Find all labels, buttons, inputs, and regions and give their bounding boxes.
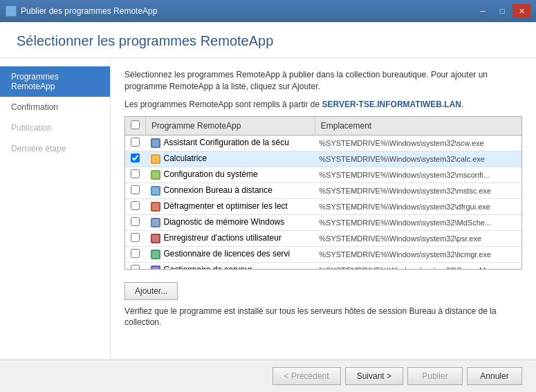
sidebar-label-programmes: Programmes RemoteApp — [11, 72, 59, 91]
sidebar-item-programmes[interactable]: Programmes RemoteApp — [0, 66, 110, 97]
col-emplacement: Emplacement — [315, 117, 521, 136]
row-name-cell: Calculatrice — [146, 151, 315, 167]
table-row: Gestionnaire de licences des servi%SYSTE… — [125, 246, 521, 262]
close-button[interactable]: ✕ — [512, 4, 530, 18]
prev-button[interactable]: < Précédent — [272, 367, 341, 385]
row-path: %SYSTEMDRIVE%\Windows\system32\psr.exe — [315, 230, 521, 246]
app-icon — [150, 169, 161, 180]
server-info-prefix: Les programmes RemoteApp sont remplis à … — [124, 100, 322, 109]
sidebar-item-confirmation[interactable]: Confirmation — [0, 97, 110, 118]
footer-note: Vérifiez que le programme est installé s… — [124, 306, 522, 329]
row-checkbox[interactable] — [131, 153, 140, 162]
row-name: Gestionnaire de licences des servi — [164, 249, 290, 259]
row-checkbox-cell — [125, 230, 146, 246]
app-icon — [150, 217, 161, 228]
row-name-cell: Gestionnaire de licences des servi — [146, 246, 315, 262]
maximize-button[interactable]: □ — [493, 4, 511, 18]
cancel-button[interactable]: Annuler — [467, 367, 522, 385]
description-text: Sélectionnez les programmes RemoteApp à … — [124, 69, 522, 93]
sidebar: Programmes RemoteApp Confirmation Public… — [0, 58, 111, 360]
app-icon — [150, 265, 161, 269]
row-name: Assistant Configuration de la sécu — [164, 138, 289, 147]
titlebar-left: Publier des programmes RemoteApp — [6, 6, 212, 17]
titlebar-buttons: ─ □ ✕ — [474, 4, 530, 18]
programs-table-container: Programme RemoteApp Emplacement Assistan… — [124, 116, 522, 270]
titlebar: Publier des programmes RemoteApp ─ □ ✕ — [0, 0, 536, 22]
table-row: Défragmenter et optimiser les lect%SYSTE… — [125, 198, 521, 214]
row-checkbox[interactable] — [131, 185, 140, 194]
table-row: Calculatrice%SYSTEMDRIVE%\Windows\system… — [125, 151, 521, 167]
row-name: Gestionnaire de serveur — [164, 265, 252, 269]
table-scroll[interactable]: Programme RemoteApp Emplacement Assistan… — [125, 117, 521, 269]
svg-rect-5 — [152, 171, 159, 178]
row-name-cell: Connexion Bureau à distance — [146, 183, 315, 198]
row-name: Connexion Bureau à distance — [164, 185, 272, 195]
table-row: Gestionnaire de serveur%SYSTEMDRIVE%\Win… — [125, 262, 521, 269]
bottom-section: Ajouter... Vérifiez que le programme est… — [124, 277, 522, 335]
row-name: Calculatrice — [164, 153, 207, 163]
table-row: Configuration du système%SYSTEMDRIVE%\Wi… — [125, 167, 521, 183]
select-all-checkbox[interactable] — [131, 120, 140, 129]
row-path: %SYSTEMDRIVE%\Windows\system32\MdSche... — [315, 214, 521, 230]
page-title: Sélectionner les programmes RemoteApp — [17, 33, 519, 49]
app-icon — [150, 249, 161, 260]
row-checkbox[interactable] — [131, 265, 140, 269]
row-checkbox[interactable] — [131, 169, 140, 178]
row-checkbox-cell — [125, 262, 146, 269]
minimize-button[interactable]: ─ — [474, 4, 492, 18]
server-info: Les programmes RemoteApp sont remplis à … — [124, 100, 522, 109]
row-name: Enregistreur d'actions utilisateur — [164, 233, 281, 243]
row-checkbox[interactable] — [131, 138, 140, 147]
row-path: %SYSTEMDRIVE%\Windows\system32\licmgr.ex… — [315, 246, 521, 262]
row-checkbox-cell — [125, 198, 146, 214]
svg-rect-13 — [152, 235, 159, 242]
app-icon — [150, 185, 161, 196]
row-checkbox[interactable] — [131, 233, 140, 242]
titlebar-title: Publier des programmes RemoteApp — [21, 6, 157, 16]
row-name-cell: Enregistreur d'actions utilisateur — [146, 230, 315, 246]
row-name-cell: Assistant Configuration de la sécu — [146, 135, 315, 151]
table-row: Connexion Bureau à distance%SYSTEMDRIVE%… — [125, 183, 521, 198]
row-checkbox[interactable] — [131, 217, 140, 226]
sidebar-item-publication: Publication — [0, 118, 110, 138]
add-button[interactable]: Ajouter... — [124, 282, 178, 300]
row-checkbox-cell — [125, 135, 146, 151]
row-checkbox-cell — [125, 167, 146, 183]
programs-table: Programme RemoteApp Emplacement Assistan… — [125, 117, 521, 269]
row-checkbox-cell — [125, 214, 146, 230]
content-area: Programmes RemoteApp Confirmation Public… — [0, 58, 536, 360]
app-icon — [150, 201, 161, 212]
row-path: %SYSTEMDRIVE%\Windows\system32\scw.exe — [315, 135, 521, 151]
row-path: %SYSTEMDRIVE%\Windows\system32\mstsc.exe — [315, 183, 521, 198]
svg-rect-9 — [152, 203, 159, 210]
svg-rect-1 — [152, 140, 159, 147]
app-icon — [150, 138, 161, 149]
app-icon — [150, 153, 161, 165]
col-programme: Programme RemoteApp — [146, 117, 315, 136]
row-name: Configuration du système — [164, 169, 258, 179]
server-name: SERVER-TSE.INFORMATIWEB.LAN — [322, 100, 461, 109]
svg-rect-7 — [152, 187, 159, 194]
row-name: Défragmenter et optimiser les lect — [164, 201, 288, 211]
table-row: Enregistreur d'actions utilisateur%SYSTE… — [125, 230, 521, 246]
publish-button[interactable]: Publier — [407, 367, 463, 385]
app-icon — [150, 233, 161, 244]
row-name: Diagnostic de mémoire Windows — [164, 217, 285, 227]
row-path: %SYSTEMDRIVE%\Windows\system32\ServerM..… — [315, 262, 521, 269]
row-checkbox[interactable] — [131, 249, 140, 258]
row-checkbox-cell — [125, 246, 146, 262]
row-path: %SYSTEMDRIVE%\Windows\system32\dfrgui.ex… — [315, 198, 521, 214]
svg-rect-3 — [152, 156, 159, 162]
svg-rect-17 — [152, 267, 159, 269]
main-content: Sélectionnez les programmes RemoteApp à … — [111, 58, 536, 360]
row-checkbox[interactable] — [131, 201, 140, 210]
col-checkbox — [125, 117, 146, 136]
table-row: Diagnostic de mémoire Windows%SYSTEMDRIV… — [125, 214, 521, 230]
table-row: Assistant Configuration de la sécu%SYSTE… — [125, 135, 521, 151]
next-button[interactable]: Suivant > — [345, 367, 403, 385]
row-path: %SYSTEMDRIVE%\Windows\system32\msconfi..… — [315, 167, 521, 183]
row-checkbox-cell — [125, 151, 146, 167]
main-window: Sélectionner les programmes RemoteApp Pr… — [0, 22, 536, 392]
row-name-cell: Défragmenter et optimiser les lect — [146, 198, 315, 214]
row-name-cell: Gestionnaire de serveur — [146, 262, 315, 269]
